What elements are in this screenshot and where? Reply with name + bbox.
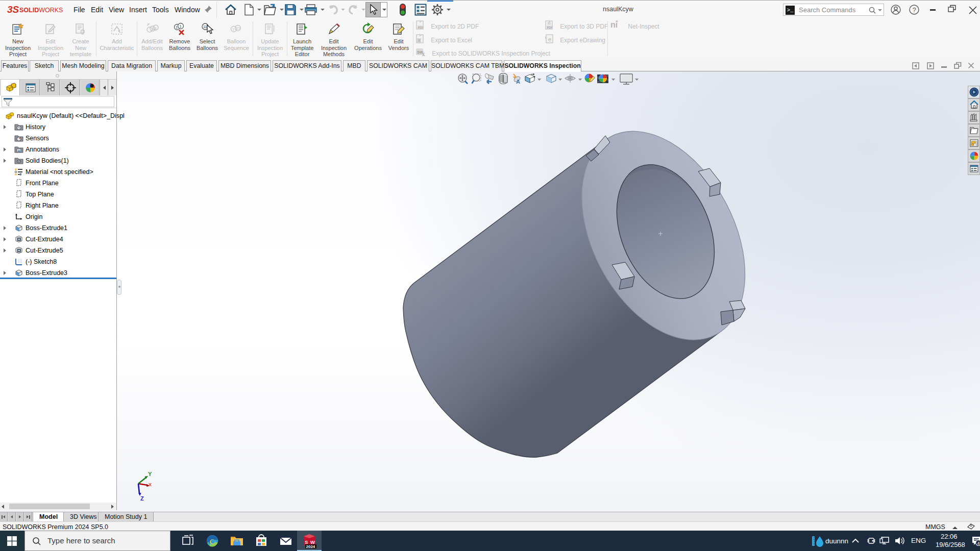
svg-text:A: A [516, 79, 520, 85]
svg-text:11: 11 [203, 24, 207, 29]
svg-text:1: 1 [180, 24, 182, 29]
svg-text:1: 1 [176, 25, 178, 30]
svg-text:1: 1 [232, 28, 234, 31]
svg-text:4: 4 [977, 541, 979, 546]
svg-text:3S: 3S [7, 4, 19, 15]
svg-text:PDF: PDF [547, 26, 553, 29]
svg-text:111: 111 [152, 27, 157, 31]
svg-text:x: x [149, 481, 152, 487]
svg-text:Z: Z [140, 495, 144, 502]
svg-text:X: X [418, 39, 421, 42]
svg-text:23: 23 [236, 27, 240, 30]
svg-text:?: ? [912, 6, 916, 14]
svg-text:PDF: PDF [418, 26, 424, 29]
svg-text:e: e [548, 36, 551, 42]
svg-text:A: A [18, 149, 20, 153]
svg-text:SOLIDWORKS: SOLIDWORKS [19, 7, 63, 14]
svg-text:2024: 2024 [306, 544, 315, 549]
svg-text:Y: Y [148, 471, 152, 477]
